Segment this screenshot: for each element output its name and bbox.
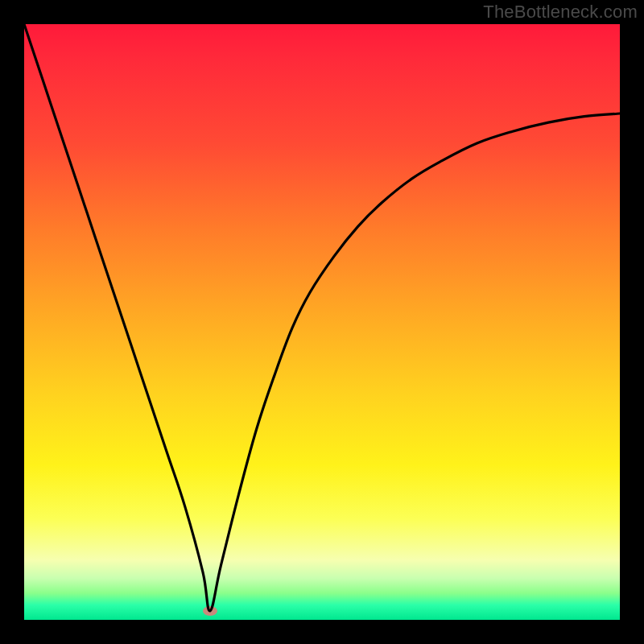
plot-area (24, 24, 620, 620)
bottleneck-curve (24, 24, 620, 620)
chart-frame: TheBottleneck.com (0, 0, 644, 644)
watermark-text: TheBottleneck.com (483, 2, 638, 23)
